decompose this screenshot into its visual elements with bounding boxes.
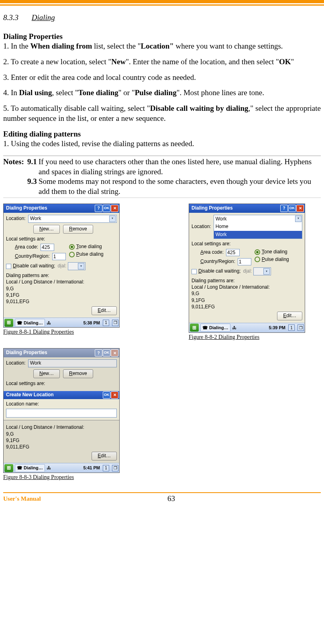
disable-call-waiting-checkbox[interactable] [192,269,197,274]
pulse-dialing-radio[interactable]: Pulse dialing [255,257,289,263]
taskbar-indicator-1[interactable]: 1 [288,324,295,331]
create-new-location-title: Create New Location [6,392,54,398]
taskbar-indicator-2[interactable]: ❐ [298,324,304,331]
close-button[interactable]: ✕ [111,205,118,212]
country-input[interactable] [238,258,251,265]
dial-select-disabled: ▾ [68,262,86,270]
help-button[interactable]: ? [280,205,288,212]
taskbar: ⊞ ☎Dialing… 🖧 5:41 PM 1 ❐ [4,463,119,473]
dialing-properties-heading: Dialing Properties [3,32,321,42]
disable-call-waiting-label: Disable call waiting; [13,263,55,269]
location-label: Location: [192,224,211,230]
phone-icon: ☎ [17,465,22,471]
section-number: 8.3.3 [3,13,18,22]
figure-8-8-1: Dialing Properties ? OK ✕ Location: Work… [3,204,120,341]
taskbar-dialing-button[interactable]: ☎Dialing… [15,319,45,327]
local-settings-label: Local settings are: [6,236,117,243]
dropdown-icon: ▾ [295,216,302,222]
step-3: 3. Enter or edit the area code and local… [3,73,321,83]
area-code-input[interactable] [226,249,240,256]
phone-icon: ☎ [17,320,22,326]
taskbar-clock: 5:39 PM [269,325,285,330]
country-label: Country/Region: [200,259,235,265]
location-select-open[interactable]: Work▾ Home Work [214,215,302,239]
dial-label: dial: [243,268,252,275]
phone-icon: ☎ [202,325,208,330]
edit-button: Edit… [92,452,117,461]
disable-call-waiting-checkbox[interactable] [6,264,11,269]
ok-button[interactable]: OK [103,349,110,357]
step-4: 4. In Dial using, select "Tone dialing" … [3,88,321,98]
note-text-9-3: Some modems may not respond to the some … [39,177,321,196]
step-1: 1. In the When dialing from list, select… [3,41,321,51]
note-9-1: Notes: 9.1 If you need to use characters… [3,157,321,177]
close-button[interactable]: ✕ [111,349,118,357]
top-orange-bar-thick [0,0,324,3]
taskbar-indicator-1[interactable]: 1 [103,320,109,326]
help-button[interactable]: ? [95,205,102,212]
start-button[interactable]: ⊞ [4,319,13,327]
section-title: Dialing [32,13,55,22]
figure-8-8-2: Dialing Properties ? OK ✕ Location: Work… [189,204,305,341]
location-option-home[interactable]: Home [214,223,302,231]
dropdown-icon: ▾ [263,268,270,275]
dialing-patterns-block: Dialing patterns are: Local / Long Dista… [192,277,302,310]
taskbar-indicator-2[interactable]: ❐ [112,320,118,326]
tone-dialing-radio[interactable]: Tone dialing [69,244,104,250]
edit-button[interactable]: Edit… [277,312,302,320]
taskbar: ⊞ ☎Dialing… 🖧 5:38 PM 1 ❐ [4,318,119,327]
location-label: Location: [6,216,26,222]
figure-8-8-3: Dialing Properties ? OK ✕ Location: Work… [3,348,321,481]
tray-icon: 🖧 [47,320,51,326]
edit-button[interactable]: Edit… [92,306,117,315]
local-settings-label: Local settings are: [6,381,117,387]
note-text-9-1: If you need to use characters other than… [39,157,321,177]
notes-label: Notes: [3,157,27,167]
close-button[interactable]: ✕ [296,205,304,212]
taskbar-dialing-button[interactable]: ☎Dialing… [15,464,45,472]
location-select[interactable]: Work ▾ [28,215,117,223]
location-option-work[interactable]: Work [214,231,302,239]
area-code-input[interactable] [41,244,54,251]
location-name-label: Location name: [6,401,117,408]
taskbar-clock: 5:41 PM [83,465,100,471]
dialog-title: Dialing Properties [6,205,47,212]
dialog-dialing-properties-1: Dialing Properties ? OK ✕ Location: Work… [3,204,120,328]
step-5: 5. To automatically disable call waiting… [3,104,321,123]
dialog-dialing-properties-2: Dialing Properties ? OK ✕ Location: Work… [189,204,305,333]
taskbar-indicator-1[interactable]: 1 [103,465,109,471]
footer-users-manual: User's Manual [3,495,41,503]
new-button[interactable]: New… [33,225,60,234]
figure-8-8-1-caption: Figure 8-8-1 Dialing Properties [3,328,120,336]
ok-button[interactable]: OK [288,205,296,212]
note-number-9-1: 9.1 [27,157,39,167]
pulse-dialing-radio[interactable]: Pulse dialing [69,251,104,258]
remove-button[interactable]: Remove [63,225,93,234]
help-button[interactable]: ? [95,349,102,357]
taskbar-dialing-button[interactable]: ☎Dialing… [200,324,230,332]
location-label: Location: [6,360,26,367]
location-name-input[interactable] [6,409,117,418]
ok-button[interactable]: OK [103,391,110,399]
notes-divider-bottom [3,198,321,198]
dial-label: dial: [57,263,66,269]
editing-patterns-heading: Editing dialing patterns [3,129,321,139]
country-label: Country/Region: [15,253,50,260]
country-input[interactable] [52,253,66,260]
notes-divider-top [3,155,321,156]
start-button[interactable]: ⊞ [190,324,199,332]
edit-step-1: 1. Using the codes listed, revise the di… [3,139,321,149]
close-button[interactable]: ✕ [111,391,118,399]
section-heading: 8.3.3 Dialing [3,13,321,23]
dropdown-icon: ▾ [78,263,84,269]
titlebar: Dialing Properties ? OK ✕ [189,204,305,213]
location-select: Work [28,359,117,367]
taskbar-indicator-2[interactable]: ❐ [112,465,118,471]
start-button[interactable]: ⊞ [4,464,13,472]
taskbar: ⊞ ☎Dialing… 🖧 5:39 PM 1 ❐ [189,323,305,332]
tone-dialing-radio[interactable]: Tone dialing [255,249,289,255]
ok-button[interactable]: OK [103,205,110,212]
page-footer: User's Manual 63 [0,494,324,509]
titlebar-disabled: Dialing Properties ? OK ✕ [4,348,119,357]
footer-divider [3,492,321,493]
